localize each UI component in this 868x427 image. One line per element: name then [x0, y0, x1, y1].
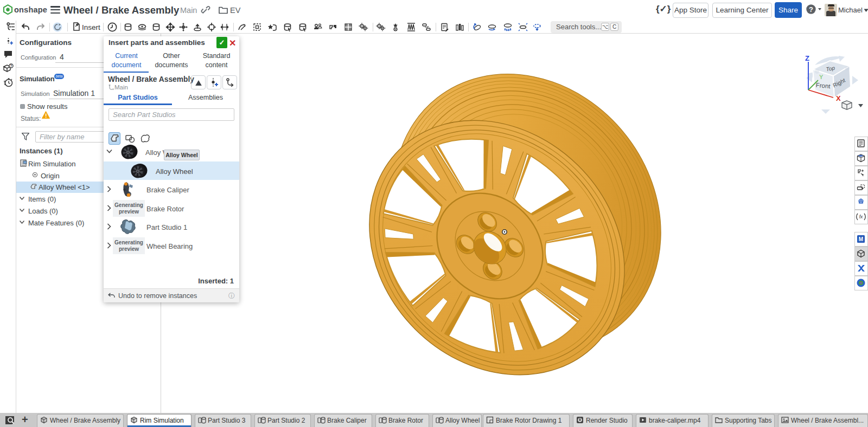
svg-text:?: ?: [809, 5, 813, 14]
svg-text:Front: Front: [815, 82, 831, 89]
svg-text:fx: fx: [859, 214, 863, 219]
svg-text:Z: Z: [805, 55, 809, 62]
svg-text:Y: Y: [819, 74, 824, 80]
svg-text:M: M: [859, 236, 863, 242]
svg-text:X: X: [836, 94, 841, 102]
svg-text:?: ?: [10, 64, 12, 68]
